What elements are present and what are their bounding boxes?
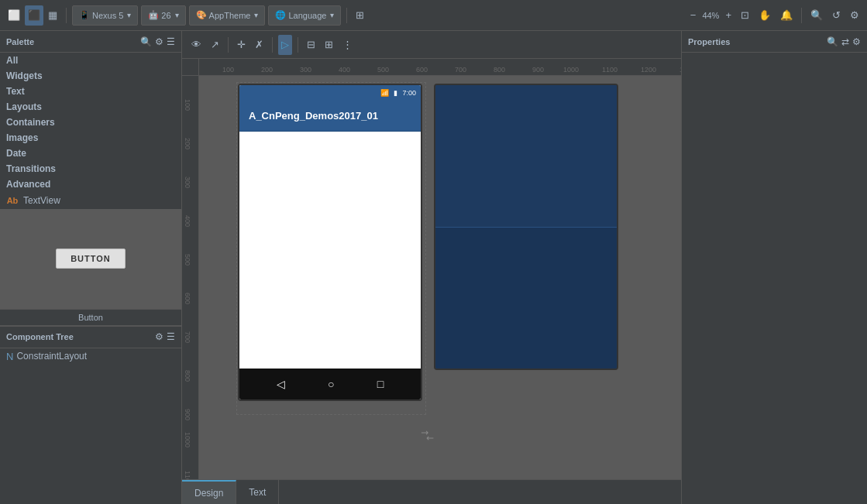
- constraint-layout-label: ConstraintLayout: [16, 351, 87, 362]
- palette-cat-containers[interactable]: Containers: [0, 115, 181, 130]
- palette-cat-text[interactable]: Text: [0, 84, 181, 99]
- design-main: 👁 ↗ ✛ ✗ ▷ ⊟ ⊞ ⋮ 1: [182, 31, 681, 504]
- phone-content: [239, 132, 421, 369]
- preview-button-text: BUTTON: [71, 254, 111, 263]
- palette-cat-all[interactable]: All: [0, 53, 181, 68]
- zoom-controls: − 44% + ⊡ ✋ 🔔: [687, 5, 796, 26]
- bell-btn[interactable]: 🔔: [777, 5, 796, 26]
- zoom-percent-label: 44%: [702, 11, 719, 20]
- tab-design[interactable]: Design: [182, 480, 236, 504]
- left-panel-full: Palette 🔍 ⚙ ☰ All Widgets: [0, 31, 181, 504]
- props-settings-btn[interactable]: ⚙: [852, 36, 861, 47]
- design-cursor-btn[interactable]: ↗: [208, 35, 222, 55]
- cat-transitions-label: Transitions: [6, 163, 56, 174]
- palette-panel: Palette 🔍 ⚙ ☰ All Widgets: [0, 31, 182, 504]
- h-mark-300: 300: [300, 66, 311, 74]
- properties-header-icons: 🔍 ⇄ ⚙: [827, 36, 861, 47]
- design-sep2: [272, 37, 273, 53]
- tree-list-btn[interactable]: ☰: [167, 331, 175, 342]
- palette-item-textview[interactable]: Ab TextView: [0, 192, 181, 209]
- h-mark-900: 900: [532, 66, 544, 74]
- language-dropdown[interactable]: 🌐 Language: [268, 5, 341, 26]
- palette-header: Palette 🔍 ⚙ ☰: [0, 31, 181, 53]
- design-align2-btn[interactable]: ⊞: [322, 35, 336, 55]
- prop-settings-btn[interactable]: ⚙: [847, 5, 862, 26]
- palette-cat-date[interactable]: Date: [0, 146, 181, 161]
- h-mark-1000: 1000: [563, 66, 579, 74]
- tab-text-label: Text: [249, 487, 266, 498]
- sep2: [346, 8, 347, 23]
- palette-cat-layouts[interactable]: Layouts: [0, 99, 181, 115]
- tree-settings-btn[interactable]: ⚙: [155, 331, 163, 342]
- device-phone[interactable]: 📶 ▮ 7:00 A_CnPeng_Demos2017_01: [238, 84, 422, 401]
- palette-cat-widgets[interactable]: Widgets: [0, 68, 181, 84]
- design-align1-btn[interactable]: ⊟: [304, 35, 318, 55]
- preview-label-text: Button: [78, 313, 103, 322]
- canvas-bg[interactable]: 📶 ▮ 7:00 A_CnPeng_Demos2017_01: [199, 76, 681, 479]
- api-dropdown[interactable]: 🤖 26: [141, 5, 185, 26]
- v-mark-800: 800: [184, 370, 191, 382]
- palette-cat-transitions[interactable]: Transitions: [0, 161, 181, 177]
- h-mark-800: 800: [494, 66, 505, 74]
- design-cross-btn[interactable]: ✛: [234, 35, 249, 55]
- theme-dropdown[interactable]: 🎨 AppTheme: [189, 5, 266, 26]
- h-mark-1200: 1200: [641, 66, 656, 74]
- palette-list-btn[interactable]: ☰: [167, 36, 175, 47]
- preview-button: BUTTON: [56, 249, 126, 269]
- status-time: 7:00: [402, 89, 416, 97]
- zoom-in-btn[interactable]: +: [722, 5, 735, 26]
- nav-back-btn[interactable]: ◁: [277, 378, 285, 390]
- palette-category-list: All Widgets Text Layouts Containers: [0, 53, 181, 209]
- ruler-top-row: 100 200 300 400 500 600 700 800 900 1000: [182, 59, 681, 76]
- palette-section: Palette 🔍 ⚙ ☰ All Widgets: [0, 31, 181, 209]
- view-mode-3-btn[interactable]: ▦: [45, 5, 60, 26]
- app-title: A_CnPeng_Demos2017_01: [249, 110, 378, 122]
- device-dropdown[interactable]: 📱 Nexus 5: [72, 5, 138, 26]
- v-mark-900: 900: [184, 409, 191, 420]
- ruler-area: 100 200 300 400 500 600 700 800 900 1000: [182, 59, 681, 479]
- layout-btn[interactable]: ⊞: [353, 5, 367, 26]
- cat-advanced-label: Advanced: [6, 179, 50, 190]
- h-mark-500: 500: [377, 66, 389, 74]
- view-mode-2-btn[interactable]: ⬛: [25, 5, 43, 26]
- cat-layouts-label: Layouts: [6, 101, 42, 112]
- v-mark-400: 400: [184, 215, 191, 227]
- top-toolbar: ⬜ ⬛ ▦ 📱 Nexus 5 🤖 26 🎨 AppTheme 🌐 Langua…: [0, 0, 867, 31]
- tab-design-label: Design: [194, 488, 223, 499]
- design-select-btn[interactable]: ▷: [278, 35, 292, 55]
- zoom-out-btn[interactable]: −: [687, 5, 700, 26]
- refresh-btn[interactable]: ↺: [829, 5, 844, 26]
- h-ruler-content: 100 200 300 400 500 600 700 800 900 1000: [199, 59, 681, 75]
- design-more-btn[interactable]: ⋮: [339, 35, 356, 55]
- view-mode-1-btn[interactable]: ⬜: [5, 5, 23, 26]
- component-tree-title: Component Tree: [6, 332, 74, 341]
- nav-home-btn[interactable]: ○: [328, 378, 334, 390]
- preview-label: Button: [0, 310, 181, 326]
- design-x-btn[interactable]: ✗: [252, 35, 267, 55]
- resize-handle[interactable]: ↗↙: [418, 426, 437, 444]
- palette-cat-advanced[interactable]: Advanced: [0, 177, 181, 192]
- palette-cat-images[interactable]: Images: [0, 130, 181, 146]
- search-btn[interactable]: 🔍: [807, 5, 826, 26]
- design-eye-btn[interactable]: 👁: [188, 35, 205, 55]
- design-sep1: [228, 37, 229, 53]
- palette-settings-btn[interactable]: ⚙: [155, 36, 163, 47]
- props-arrows-btn[interactable]: ⇄: [841, 36, 849, 47]
- tree-item-constraintlayout[interactable]: N ConstraintLayout: [0, 348, 181, 365]
- design-toolbar: 👁 ↗ ✛ ✗ ▷ ⊟ ⊞ ⋮: [182, 31, 681, 59]
- sep3: [801, 8, 802, 23]
- v-ruler: 100 200 300 400 500 600 700 800 900 1000…: [182, 76, 199, 479]
- nav-recent-btn[interactable]: □: [377, 378, 384, 390]
- cat-containers-label: Containers: [6, 117, 55, 128]
- zoom-fit-btn[interactable]: ⊡: [738, 5, 752, 26]
- h-mark-100: 100: [222, 66, 234, 74]
- pan-btn[interactable]: ✋: [755, 5, 774, 26]
- h-mark-1100: 1100: [602, 66, 618, 74]
- palette-search-btn[interactable]: 🔍: [140, 36, 152, 47]
- ruler-corner: [182, 59, 199, 76]
- textview-icon: Ab: [6, 194, 19, 207]
- design-sep3: [298, 37, 298, 53]
- tab-text[interactable]: Text: [236, 480, 279, 504]
- component-tree-section: Component Tree ⚙ ☰ N ConstraintLayout: [0, 326, 181, 505]
- props-search-btn[interactable]: 🔍: [827, 36, 838, 47]
